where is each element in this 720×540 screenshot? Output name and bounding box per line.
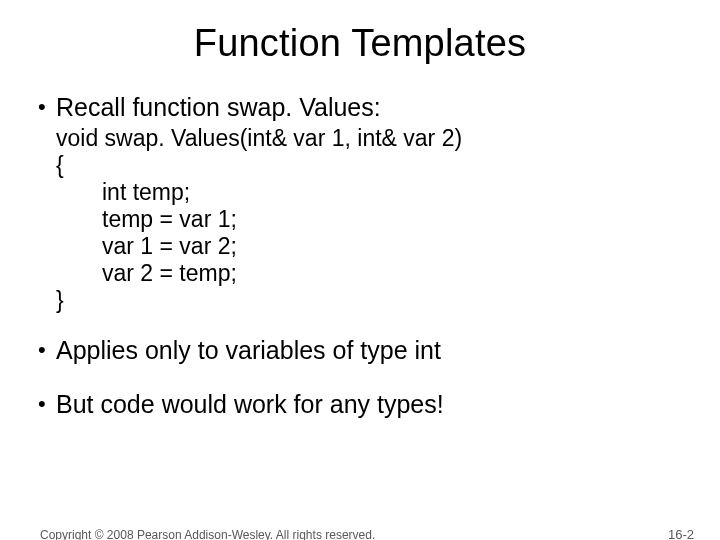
code-line: void swap. Values(int& var 1, int& var 2… [56, 125, 690, 152]
bullet-item: • Applies only to variables of type int [38, 336, 690, 366]
copyright-footer: Copyright © 2008 Pearson Addison-Wesley.… [40, 528, 375, 540]
code-line: { [56, 152, 690, 179]
slide-title: Function Templates [0, 22, 720, 65]
slide: Function Templates • Recall function swa… [0, 22, 720, 540]
bullet-text: But code would work for any types! [56, 390, 690, 420]
bullet-text: Applies only to variables of type int [56, 336, 690, 366]
bullet-dot-icon: • [38, 336, 56, 364]
bullet-item: • Recall function swap. Values: [38, 93, 690, 123]
code-line: } [56, 287, 690, 314]
bullet-dot-icon: • [38, 93, 56, 121]
bullet-dot-icon: • [38, 390, 56, 418]
code-line: int temp; [56, 179, 690, 206]
page-number: 16-2 [668, 527, 694, 540]
bullet-text: Recall function swap. Values: [56, 93, 690, 123]
code-block: void swap. Values(int& var 1, int& var 2… [56, 125, 690, 315]
code-line: temp = var 1; [56, 206, 690, 233]
spacer [38, 368, 690, 390]
code-line: var 2 = temp; [56, 260, 690, 287]
code-line: var 1 = var 2; [56, 233, 690, 260]
slide-body: • Recall function swap. Values: void swa… [0, 93, 720, 419]
bullet-item: • But code would work for any types! [38, 390, 690, 420]
